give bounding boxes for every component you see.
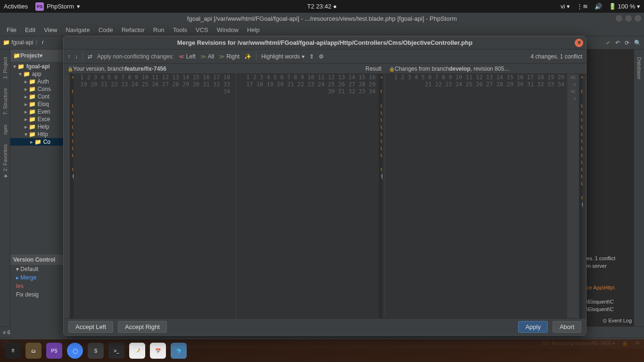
undo-icon[interactable]: ↶	[615, 40, 620, 46]
menu-navigate[interactable]: Navigate	[62, 25, 93, 34]
phpstorm-icon: PS	[35, 2, 44, 11]
tool-structure[interactable]: 7: Structure	[2, 84, 8, 119]
redo-icon[interactable]: ⟳	[625, 40, 629, 46]
tool-npm[interactable]: npm	[2, 121, 8, 138]
apply-all-icon[interactable]: ⇄	[88, 53, 92, 60]
apps-grid-icon[interactable]: ⠿	[5, 343, 21, 359]
highlight-select[interactable]: Highlight words ▾	[261, 53, 304, 60]
prev-change-icon[interactable]: ↑	[67, 53, 70, 60]
tool-project[interactable]: 1: Project	[2, 53, 8, 82]
activities-button[interactable]: Activities	[4, 3, 28, 10]
sublime-icon[interactable]: S	[88, 343, 104, 359]
menu-run[interactable]: Run	[149, 25, 168, 34]
menu-window[interactable]: Window	[213, 25, 242, 34]
vc-commit-msg[interactable]: Fix desig	[10, 290, 67, 299]
tree-item-selected[interactable]: 📁 Co	[10, 138, 66, 146]
window-title: fgoal_api [/var/www/html/FGoal/fgoal-api…	[187, 15, 457, 22]
merge-title: Merge Revisions for /var/www/html/FGoal/…	[177, 39, 472, 46]
version-control-panel: Version Control ▾ Default ▸ Merge tes Fi…	[10, 255, 67, 349]
menu-refactor[interactable]: Refactor	[118, 25, 149, 34]
center-pane[interactable]: 1 2 3 4 5 6 7 8 9 10 11 12 13 14 15 16 1…	[236, 74, 385, 318]
clock[interactable]: T2 23:42 ●	[307, 3, 337, 10]
tree-item[interactable]: 📁 Cons	[10, 85, 66, 93]
changes-summary: 4 changes. 1 conflict	[531, 53, 582, 60]
dock: ⠿ 🗂 PS ◯ S >_ 📝 📅 🐬	[0, 339, 644, 362]
vc-item[interactable]: tes	[10, 282, 67, 290]
input-method-indicator[interactable]: vi ▾	[561, 3, 570, 10]
breadcrumb[interactable]: 📁 fgoal-api 〉 r	[3, 39, 44, 47]
right-pane[interactable]: 1 2 3 4 5 6 7 8 9 10 11 12 13 14 15 16 1…	[385, 74, 586, 318]
menu-file[interactable]: File	[3, 25, 20, 34]
event-log-button[interactable]: ⊙ Event Log	[582, 317, 634, 325]
menu-vcs[interactable]: VCS	[192, 25, 212, 34]
merge-dialog: Merge Revisions for /var/www/html/FGoal/…	[63, 36, 586, 336]
tree-item[interactable]: 📁 Cont	[10, 93, 66, 100]
tool-favorites[interactable]: ★ 2: Favorites	[2, 140, 8, 183]
accept-right-button[interactable]: Accept Right	[118, 321, 167, 333]
phpstorm-dock-icon[interactable]: PS	[46, 343, 62, 359]
menu-tools[interactable]: Tools	[169, 25, 191, 34]
abort-button[interactable]: Abort	[553, 321, 581, 333]
tree-item[interactable]: 📁 Even	[10, 108, 66, 115]
vc-item[interactable]: ▸ Merge	[10, 273, 67, 282]
collapse-icon[interactable]: ⇕	[309, 53, 314, 60]
menu-code[interactable]: Code	[95, 25, 117, 34]
vc-changelist[interactable]: ▾ Default	[10, 265, 67, 273]
apply-left-button[interactable]: ≪ Left	[179, 53, 196, 60]
tree-item[interactable]: 📁 Http	[10, 131, 66, 138]
apply-right-button[interactable]: ≫ Right	[219, 53, 239, 60]
menu-view[interactable]: View	[40, 25, 61, 34]
wifi-icon[interactable]: ⋮≋	[577, 3, 588, 10]
tool-database[interactable]: Database	[636, 53, 642, 83]
left-gutter: 1 2 3 4 5 6 7 8 9 10 11 12 13 14 15 16 1…	[74, 74, 233, 318]
menu-help[interactable]: Help	[243, 25, 264, 34]
minimize-button[interactable]	[616, 15, 622, 22]
left-tool-tabs: 1: Project 7: Structure npm ★ 2: Favorit…	[0, 49, 10, 326]
apply-label: Apply non-conflicting changes:	[97, 53, 174, 60]
files-icon[interactable]: 🗂	[25, 343, 41, 359]
gear-icon[interactable]: ⚙	[319, 53, 324, 60]
accept-left-button[interactable]: Accept Left	[68, 321, 113, 333]
close-icon[interactable]: ✕	[575, 39, 583, 47]
right-gutter: 1 2 3 4 5 6 7 8 9 10 11 12 13 14 15 16 1…	[385, 74, 567, 318]
left-code[interactable]: <?php namespace App\Http\Controllers\Cms…	[70, 74, 74, 318]
tree-item[interactable]: 📁 Auth	[10, 78, 66, 85]
menu-bar: File Edit View Navigate Code Refactor Ru…	[0, 24, 644, 36]
merge-pane-headers: Your version, branch feature/fix-7456 Re…	[64, 64, 586, 74]
tree-app[interactable]: 📁 app	[10, 70, 66, 78]
merge-title-bar: Merge Revisions for /var/www/html/FGoal/…	[64, 36, 586, 49]
next-change-icon[interactable]: ↓	[75, 53, 78, 60]
maximize-button[interactable]	[625, 15, 632, 22]
right-pane-header: Changes from branch develop, revision 80…	[385, 64, 586, 74]
merge-footer: Accept Left Accept Right Apply Abort	[64, 318, 586, 335]
apply-all-button[interactable]: ≫ All	[200, 53, 214, 60]
tree-item[interactable]: 📁 Eloq	[10, 100, 66, 108]
tree-item[interactable]: 📁 Help	[10, 123, 66, 131]
window-title-bar: fgoal_api [/var/www/html/FGoal/fgoal-api…	[0, 13, 644, 24]
apply-button[interactable]: Apply	[518, 321, 548, 333]
volume-icon[interactable]: 🔊	[594, 3, 602, 10]
center-pane-header: Result	[236, 64, 385, 74]
vc-header[interactable]: Version Control	[10, 255, 67, 265]
right-tool-tabs: Database	[634, 49, 644, 326]
merge-toolbar: ↑ ↓ ⇄ Apply non-conflicting changes: ≪ L…	[64, 49, 586, 64]
project-header[interactable]: 📁 Project ▾	[10, 49, 66, 62]
mysql-workbench-icon[interactable]: 🐬	[171, 343, 187, 359]
center-code[interactable]: <?php namespace App\Http\Controllers\Cms…	[379, 74, 382, 318]
search-icon[interactable]: 🔍	[634, 40, 641, 46]
left-pane[interactable]: <?php namespace App\Http\Controllers\Cms…	[64, 74, 236, 318]
magic-wand-icon[interactable]: ✨	[244, 53, 251, 60]
chromium-icon[interactable]: ◯	[67, 343, 83, 359]
right-code[interactable]: <?php namespace App\Http\Controllers\Cms…	[579, 74, 583, 318]
left-pane-header: Your version, branch feature/fix-7456	[64, 64, 236, 74]
tree-root[interactable]: 📁 fgoal-api	[10, 63, 66, 70]
text-editor-icon[interactable]: 📝	[129, 343, 145, 359]
menu-edit[interactable]: Edit	[21, 25, 39, 34]
close-button[interactable]	[635, 15, 641, 22]
calendar-icon[interactable]: 📅	[150, 343, 166, 359]
terminal-icon[interactable]: >_	[108, 343, 124, 359]
tree-item[interactable]: 📁 Exce	[10, 115, 66, 123]
app-menu[interactable]: PS PhpStorm ▾	[35, 2, 80, 11]
vcs-check-icon[interactable]: ✔	[606, 40, 611, 46]
battery-indicator[interactable]: 🔋 100 % ▾	[609, 3, 640, 10]
